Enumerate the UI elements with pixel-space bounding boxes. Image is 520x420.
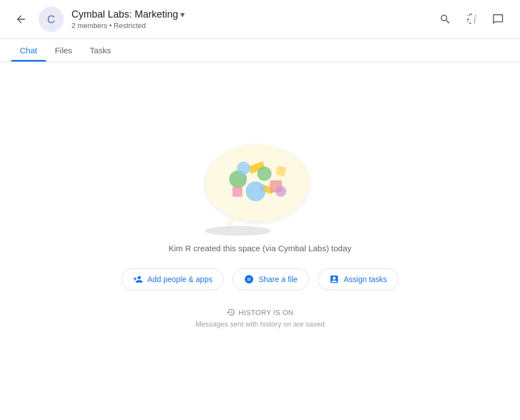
add-person-icon — [133, 274, 143, 284]
svg-point-9 — [275, 186, 286, 197]
space-avatar: C — [38, 7, 64, 32]
header: C Cymbal Labs: Marketing ▾ 2 members • R… — [0, 0, 520, 39]
tab-chat[interactable]: Chat — [11, 39, 46, 62]
space-name: Cymbal Labs: Marketing ▾ — [71, 9, 427, 20]
assign-tasks-button[interactable]: Assign tasks — [318, 268, 399, 290]
history-icon — [226, 308, 235, 317]
new-message-button[interactable] — [487, 8, 509, 30]
space-info: Cymbal Labs: Marketing ▾ 2 members • Res… — [71, 9, 427, 30]
assign-tasks-icon — [329, 274, 339, 284]
view-toggle-button[interactable] — [461, 8, 483, 30]
history-section: HISTORY IS ON Messages sent with history… — [196, 308, 325, 328]
search-button[interactable] — [434, 8, 456, 30]
back-button[interactable] — [11, 9, 31, 29]
svg-point-3 — [257, 167, 272, 181]
history-label: HISTORY IS ON — [226, 308, 294, 317]
add-people-button[interactable]: Add people & apps — [121, 268, 224, 290]
tab-bar: Chat Files Tasks — [0, 39, 520, 62]
svg-point-4 — [246, 181, 265, 201]
header-actions — [434, 8, 509, 30]
svg-rect-7 — [233, 187, 242, 197]
bubble-shadow — [205, 226, 271, 236]
created-text: Kim R created this space (via Cymbal Lab… — [169, 244, 352, 253]
space-meta: 2 members • Restricted — [71, 21, 427, 30]
chevron-down-icon: ▾ — [180, 9, 185, 20]
share-file-button[interactable]: Share a file — [233, 268, 309, 290]
main-content: Kim R created this space (via Cymbal Lab… — [0, 62, 520, 411]
share-file-icon — [244, 274, 254, 284]
action-buttons: Add people & apps Share a file Assign ta… — [121, 268, 399, 290]
tab-tasks[interactable]: Tasks — [81, 39, 119, 62]
history-sublabel: Messages sent with history on are saved — [196, 320, 325, 328]
speech-bubble — [205, 145, 309, 222]
tab-files[interactable]: Files — [46, 39, 81, 62]
svg-rect-8 — [276, 166, 286, 176]
chat-illustration — [205, 145, 315, 233]
svg-point-5 — [237, 162, 250, 175]
shapes-svg — [216, 153, 298, 213]
